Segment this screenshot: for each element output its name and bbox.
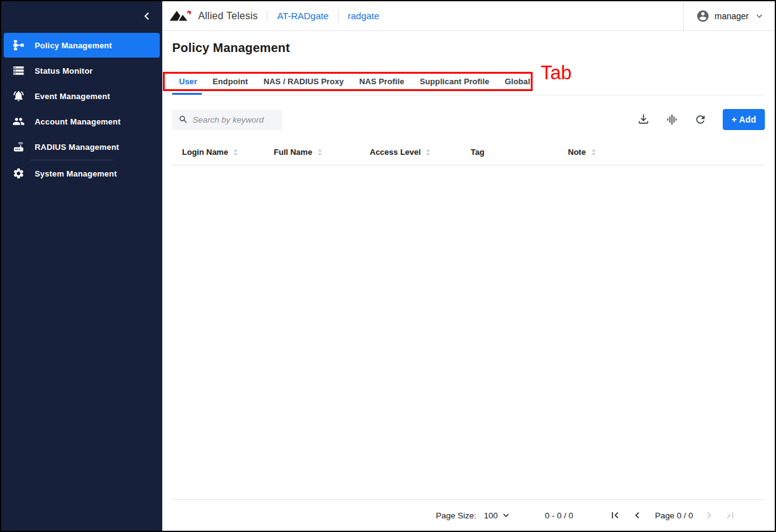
page-content: Policy Management User Endpoint NAS / RA…: [162, 31, 775, 531]
chevron-right-icon: [703, 509, 715, 521]
device-link[interactable]: radgate: [348, 11, 380, 21]
app-window: Policy Management Status Monitor Event M…: [0, 0, 776, 532]
refresh-icon: [694, 113, 707, 126]
product-link[interactable]: AT-RADgate: [277, 11, 328, 21]
tabs-divider-line: [172, 95, 765, 95]
search-box: [172, 110, 282, 130]
column-label: Tag: [471, 147, 484, 157]
tab-supplicant-profile[interactable]: Supplicant Profile: [413, 77, 496, 86]
sidebar-header: [1, 1, 162, 31]
brand-logo: Allied Telesis: [170, 9, 258, 24]
tab-user[interactable]: User: [172, 77, 204, 86]
sidebar-item-label: Event Management: [35, 92, 110, 101]
tab-endpoint[interactable]: Endpoint: [206, 77, 255, 86]
column-label: Login Name: [182, 147, 228, 157]
sort-icon: [232, 148, 240, 157]
chevron-down-icon: [754, 11, 765, 22]
tabs-underline: [172, 91, 765, 95]
sidebar-item-label: RADIUS Management: [35, 142, 119, 152]
sidebar-item-label: Account Management: [35, 117, 121, 126]
sidebar-item-system-management[interactable]: System Management: [4, 161, 160, 186]
column-header-note[interactable]: Note: [558, 147, 765, 157]
tab-global[interactable]: Global: [498, 77, 537, 86]
chevron-down-icon: [500, 510, 512, 521]
chevron-left-icon: [139, 9, 154, 24]
sidebar-item-account-management[interactable]: Account Management: [4, 109, 160, 134]
page-size-select[interactable]: 100: [484, 510, 512, 521]
download-button[interactable]: [636, 112, 651, 127]
next-page-button[interactable]: [702, 508, 717, 523]
divider: [338, 11, 339, 22]
sidebar-collapse-button[interactable]: [139, 8, 155, 24]
user-avatar-icon: [696, 9, 710, 23]
divider: [267, 11, 268, 22]
column-label: Access Level: [370, 147, 421, 157]
column-settings-button[interactable]: [665, 112, 679, 127]
list-rows-icon: [12, 64, 25, 77]
tab-nas-profile[interactable]: NAS Profile: [352, 77, 411, 86]
sidebar-item-label: Policy Management: [35, 41, 112, 50]
tab-bar-annotation-box: User Endpoint NAS / RADIUS Proxy NAS Pro…: [163, 72, 533, 91]
policy-tree-icon: [12, 39, 25, 51]
sort-icon: [424, 148, 432, 157]
active-tab-indicator: [172, 93, 202, 95]
page-size-value: 100: [484, 511, 498, 520]
last-page-icon: [724, 509, 736, 521]
page-title: Policy Management: [172, 41, 765, 55]
column-header-login-name[interactable]: Login Name: [172, 147, 264, 157]
user-name: manager: [715, 11, 749, 21]
main-area: Allied Telesis AT-RADgate radgate manage…: [162, 1, 775, 531]
search-input[interactable]: [193, 115, 276, 124]
column-label: Full Name: [274, 147, 312, 157]
columns-eq-icon: [666, 113, 678, 126]
people-icon: [12, 115, 25, 128]
sort-icon: [590, 148, 598, 157]
allied-telesis-logo-icon: [170, 9, 193, 24]
row-range-text: 0 - 0 / 0: [545, 511, 573, 520]
annotation-label: Tab: [541, 63, 572, 82]
sidebar-item-status-monitor[interactable]: Status Monitor: [4, 58, 160, 83]
last-page-button[interactable]: [723, 508, 738, 523]
sidebar-nav: Policy Management Status Monitor Event M…: [1, 31, 162, 186]
column-header-full-name[interactable]: Full Name: [264, 147, 360, 157]
sidebar-item-label: System Management: [35, 169, 117, 178]
user-menu[interactable]: manager: [684, 1, 775, 31]
column-header-tag[interactable]: Tag: [461, 147, 558, 157]
pagination-bar: Page Size: 100 0 - 0 / 0 Page 0 / 0: [172, 499, 765, 531]
toolbar: + Add: [172, 109, 765, 130]
first-page-button[interactable]: [608, 508, 622, 523]
download-icon: [637, 113, 650, 126]
sidebar-item-label: Status Monitor: [35, 66, 93, 76]
page-size-label: Page Size:: [436, 511, 476, 520]
sidebar-item-policy-management[interactable]: Policy Management: [4, 33, 160, 58]
page-indicator-text: Page 0 / 0: [655, 511, 693, 520]
column-header-access-level[interactable]: Access Level: [360, 147, 461, 157]
sidebar: Policy Management Status Monitor Event M…: [1, 1, 162, 531]
table-header-row: Login Name Full Name Access Level: [172, 139, 765, 165]
tab-nas-radius-proxy[interactable]: NAS / RADIUS Proxy: [256, 77, 351, 86]
sidebar-item-event-management[interactable]: Event Management: [4, 84, 160, 108]
topbar: Allied Telesis AT-RADgate radgate manage…: [162, 1, 775, 31]
sidebar-item-radius-management[interactable]: RADIUS Management: [4, 134, 160, 159]
gear-icon: [12, 167, 25, 180]
first-page-icon: [609, 509, 621, 521]
refresh-button[interactable]: [693, 112, 708, 127]
search-icon: [178, 115, 188, 124]
sidebar-divider: [31, 160, 113, 160]
router-icon: [12, 141, 25, 153]
column-label: Note: [568, 147, 586, 157]
bell-icon: [12, 90, 25, 102]
previous-page-button[interactable]: [630, 508, 645, 523]
add-button[interactable]: + Add: [723, 109, 765, 130]
table-body-empty: [172, 165, 765, 499]
brand-name: Allied Telesis: [198, 11, 258, 22]
sort-icon: [316, 148, 324, 157]
tabs-area: User Endpoint NAS / RADIUS Proxy NAS Pro…: [163, 72, 765, 91]
chevron-left-icon: [631, 509, 643, 521]
